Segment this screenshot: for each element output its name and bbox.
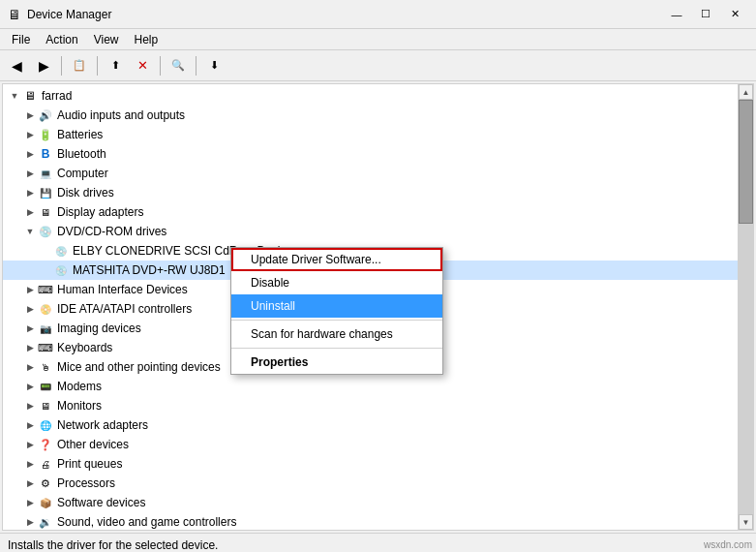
list-item[interactable]: ▶ Display adapters bbox=[3, 202, 753, 222]
batteries-label: Batteries bbox=[57, 128, 103, 141]
scroll-up-button[interactable]: ▲ bbox=[739, 84, 753, 100]
uninstall-toolbar-button[interactable]: ✕ bbox=[130, 54, 155, 77]
matshita-drive-icon bbox=[53, 262, 69, 278]
monitor-icon bbox=[38, 398, 53, 414]
expand-display-icon: ▶ bbox=[22, 204, 38, 220]
back-button[interactable]: ◀ bbox=[4, 54, 29, 77]
software-label: Software devices bbox=[57, 496, 145, 509]
title-bar-controls: — ☐ ✕ bbox=[663, 5, 748, 24]
scroll-track[interactable] bbox=[739, 100, 753, 514]
elby-drive-icon bbox=[53, 243, 69, 259]
update-driver-toolbar-button[interactable]: ⬆ bbox=[103, 54, 128, 77]
context-menu-update-driver[interactable]: Update Driver Software... bbox=[231, 248, 442, 271]
ide-label: IDE ATA/ATAPI controllers bbox=[57, 302, 192, 316]
context-menu-properties[interactable]: Properties bbox=[231, 351, 442, 374]
list-item[interactable]: ▶ Monitors bbox=[3, 396, 753, 415]
context-menu-uninstall[interactable]: Uninstall bbox=[231, 294, 442, 318]
list-item[interactable]: ▶ Audio inputs and outputs bbox=[3, 106, 753, 125]
list-item[interactable]: ▶ B Bluetooth bbox=[3, 144, 753, 164]
expand-root-icon: ▼ bbox=[7, 88, 22, 104]
computer-label: Computer bbox=[57, 167, 108, 180]
network-icon bbox=[38, 417, 53, 433]
dvd-label: DVD/CD-ROM drives bbox=[57, 225, 166, 238]
sw-icon bbox=[38, 495, 53, 510]
expand-sound-icon: ▶ bbox=[22, 514, 38, 530]
audio-label: Audio inputs and outputs bbox=[57, 108, 185, 122]
speaker-icon bbox=[38, 107, 53, 123]
list-item[interactable]: ▶ Disk drives bbox=[3, 183, 753, 202]
mouse-icon bbox=[38, 359, 53, 375]
sound-icon bbox=[38, 514, 53, 530]
expand-ide-icon: ▶ bbox=[22, 301, 38, 317]
expand-other-icon: ▶ bbox=[22, 437, 38, 452]
battery-icon bbox=[38, 127, 53, 142]
scan-hardware-button[interactable]: 🔍 bbox=[166, 54, 191, 77]
forward-button[interactable]: ▶ bbox=[31, 54, 56, 77]
minimize-button[interactable]: — bbox=[663, 5, 690, 24]
keyboards-label: Keyboards bbox=[57, 341, 112, 354]
bluetooth-icon: B bbox=[38, 146, 53, 162]
properties-button[interactable]: 📋 bbox=[67, 54, 92, 77]
computer-icon: 🖥 bbox=[22, 88, 38, 104]
cpu-icon bbox=[38, 166, 53, 181]
scroll-down-button[interactable]: ▼ bbox=[739, 514, 753, 530]
list-item[interactable]: ▶ Software devices bbox=[3, 493, 753, 512]
scroll-thumb[interactable] bbox=[739, 100, 753, 224]
expand-elby-icon bbox=[38, 243, 53, 259]
main-area: ▼ 🖥 farrad ▶ Audio inputs and outputs ▶ … bbox=[2, 83, 754, 531]
status-text: Installs the driver for the selected dev… bbox=[8, 538, 218, 552]
tree-root-label: farrad bbox=[42, 89, 72, 103]
context-menu: Update Driver Software... Disable Uninst… bbox=[230, 247, 443, 375]
context-menu-disable[interactable]: Disable bbox=[231, 271, 442, 294]
toolbar-sep4 bbox=[196, 56, 197, 76]
print-icon bbox=[38, 456, 53, 472]
expand-mice-icon: ▶ bbox=[22, 359, 38, 375]
close-button[interactable]: ✕ bbox=[721, 5, 748, 24]
list-item[interactable]: ▶ Print queues bbox=[3, 454, 753, 474]
other-label: Other devices bbox=[57, 438, 129, 451]
tree-root[interactable]: ▼ 🖥 farrad bbox=[3, 86, 753, 106]
expand-print-icon: ▶ bbox=[22, 456, 38, 472]
maximize-button[interactable]: ☐ bbox=[692, 5, 719, 24]
context-menu-scan[interactable]: Scan for hardware changes bbox=[231, 322, 442, 346]
list-item[interactable]: ▶ Other devices bbox=[3, 435, 753, 454]
update-driver-label: Update Driver Software... bbox=[251, 253, 381, 266]
monitors-label: Monitors bbox=[57, 399, 102, 413]
print-label: Print queues bbox=[57, 457, 122, 471]
context-menu-sep2 bbox=[231, 348, 442, 349]
disk-icon bbox=[38, 185, 53, 200]
menu-file[interactable]: File bbox=[4, 31, 38, 48]
menu-help[interactable]: Help bbox=[127, 31, 166, 48]
list-item[interactable]: ▶ Computer bbox=[3, 164, 753, 183]
list-item[interactable]: ▶ Processors bbox=[3, 474, 753, 493]
download-button[interactable]: ⬇ bbox=[201, 54, 227, 77]
expand-keyboards-icon: ▶ bbox=[22, 340, 38, 355]
proc-icon bbox=[38, 475, 53, 491]
list-item[interactable]: ▶ Batteries bbox=[3, 125, 753, 144]
imaging-icon bbox=[38, 321, 53, 336]
bluetooth-label: Bluetooth bbox=[57, 147, 106, 161]
modems-label: Modems bbox=[57, 380, 102, 393]
expand-proc-icon: ▶ bbox=[22, 475, 38, 491]
list-item[interactable]: ▼ DVD/CD-ROM drives bbox=[3, 222, 753, 241]
ide-icon bbox=[38, 301, 53, 317]
app-icon: 🖥 bbox=[8, 7, 21, 22]
list-item[interactable]: ▶ Network adapters bbox=[3, 415, 753, 435]
expand-modems-icon: ▶ bbox=[22, 379, 38, 394]
disable-label: Disable bbox=[251, 276, 289, 290]
expand-hid-icon: ▶ bbox=[22, 282, 38, 297]
scan-label: Scan for hardware changes bbox=[251, 327, 393, 341]
toolbar-sep2 bbox=[97, 56, 98, 76]
mice-label: Mice and other pointing devices bbox=[57, 360, 221, 374]
display-icon bbox=[38, 204, 53, 220]
menu-action[interactable]: Action bbox=[38, 31, 85, 48]
list-item[interactable]: ▶ Sound, video and game controllers bbox=[3, 512, 753, 530]
list-item[interactable]: ▶ Modems bbox=[3, 377, 753, 396]
expand-imaging-icon: ▶ bbox=[22, 321, 38, 336]
expand-sw-icon: ▶ bbox=[22, 495, 38, 510]
title-bar: 🖥 Device Manager — ☐ ✕ bbox=[0, 0, 756, 29]
menu-view[interactable]: View bbox=[86, 31, 127, 48]
toolbar-sep1 bbox=[61, 56, 62, 76]
expand-matshita-icon bbox=[38, 262, 53, 278]
scrollbar[interactable]: ▲ ▼ bbox=[738, 84, 753, 530]
